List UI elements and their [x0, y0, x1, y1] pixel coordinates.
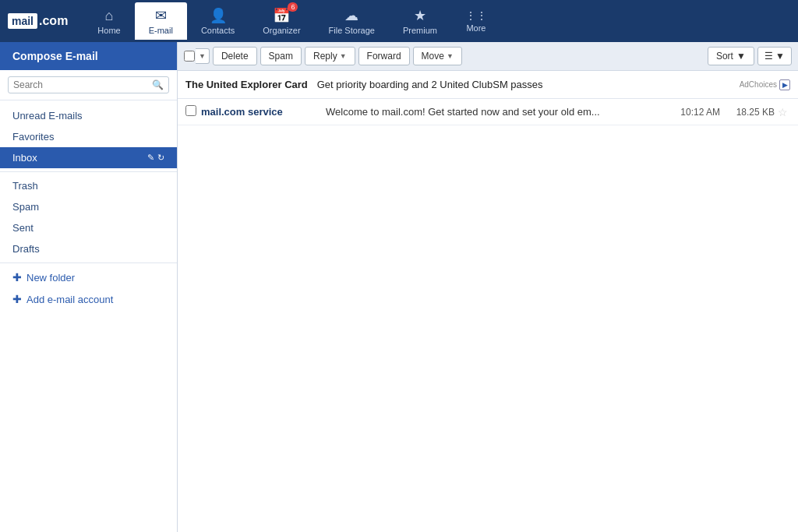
- sidebar-item-spam[interactable]: Spam: [0, 196, 177, 217]
- logo-dotcom: .com: [39, 14, 68, 28]
- nav-item-wrap-more: ⋮⋮ More: [451, 5, 501, 37]
- table-row[interactable]: mail.com service Welcome to mail.com! Ge…: [178, 99, 798, 125]
- organizer-icon: 📅6: [273, 7, 290, 24]
- sidebar-action-new-folder[interactable]: ✚ New folder: [0, 266, 177, 288]
- nav-item-wrap-email: ✉ E-mail: [135, 2, 187, 40]
- select-all-checkbox[interactable]: [184, 51, 195, 62]
- search-input[interactable]: [13, 79, 152, 90]
- nav-label-premium: Premium: [403, 26, 437, 35]
- ad-text: Get priority boarding and 2 United ClubS…: [317, 79, 543, 90]
- nav-label-home: Home: [97, 26, 120, 35]
- nav-label-email: E-mail: [149, 26, 173, 35]
- nav-item-wrap-filestorage: ☁ File Storage: [315, 2, 389, 40]
- home-icon: ⌂: [105, 8, 114, 24]
- move-button[interactable]: Move ▼: [413, 47, 462, 65]
- sidebar-nav: Unread E-mails Favorites Inbox ✎ ↻ Trash…: [0, 100, 177, 532]
- main-content: ▼ Delete Spam Reply ▼ Forward Move ▼ Sor…: [178, 42, 798, 532]
- email-icon: ✉: [155, 7, 167, 24]
- nav-item-organizer[interactable]: 📅6 Organizer: [249, 2, 314, 40]
- add-account-icon: ✚: [12, 293, 22, 305]
- search-box: 🔍: [0, 70, 177, 100]
- top-navigation: mail .com ⌂ Home ✉ E-mail 👤 Contacts 📅6: [0, 0, 798, 42]
- ad-content: The United Explorer Card Get priority bo…: [185, 79, 740, 90]
- select-dropdown-button[interactable]: ▼: [196, 48, 210, 64]
- ad-choices-icon: ▶: [779, 79, 790, 90]
- inbox-manage-icon[interactable]: ✎: [147, 153, 154, 163]
- inbox-refresh-icon[interactable]: ↻: [157, 153, 164, 163]
- sidebar: Compose E-mail 🔍 Unread E-mails Favorite…: [0, 42, 178, 532]
- nav-item-email[interactable]: ✉ E-mail: [135, 2, 187, 40]
- reply-button[interactable]: Reply ▼: [305, 47, 355, 65]
- nav-item-wrap-contacts: 👤 Contacts: [187, 2, 249, 40]
- sidebar-item-favorites[interactable]: Favorites: [0, 126, 177, 147]
- select-all-wrap: ▼: [184, 48, 210, 64]
- view-icon: ☰ ▼: [764, 51, 785, 62]
- sidebar-divider-2: [0, 262, 177, 263]
- move-arrow: ▼: [447, 52, 454, 60]
- compose-button[interactable]: Compose E-mail: [0, 42, 177, 70]
- ad-banner: The United Explorer Card Get priority bo…: [178, 71, 798, 99]
- sidebar-action-add-account[interactable]: ✚ Add e-mail account: [0, 288, 177, 310]
- email-checkbox[interactable]: [185, 105, 196, 116]
- email-time: 10:12 AM: [666, 107, 720, 118]
- nav-label-organizer: Organizer: [263, 26, 300, 35]
- sidebar-item-drafts[interactable]: Drafts: [0, 238, 177, 259]
- premium-icon: ★: [414, 7, 426, 24]
- search-icon[interactable]: 🔍: [152, 79, 164, 90]
- sidebar-item-sent[interactable]: Sent: [0, 217, 177, 238]
- sort-arrow: ▼: [736, 51, 746, 62]
- logo-box: mail: [8, 13, 37, 29]
- sidebar-item-unread[interactable]: Unread E-mails: [0, 105, 177, 126]
- nav-item-wrap-home: ⌂ Home: [83, 3, 134, 40]
- filestorage-icon: ☁: [344, 7, 358, 24]
- toolbar: ▼ Delete Spam Reply ▼ Forward Move ▼ Sor…: [178, 42, 798, 71]
- nav-label-more: More: [466, 23, 486, 33]
- reply-arrow: ▼: [340, 52, 347, 60]
- logo[interactable]: mail .com: [8, 13, 68, 29]
- main-layout: Compose E-mail 🔍 Unread E-mails Favorite…: [0, 42, 798, 532]
- email-checkbox-wrap: [185, 105, 201, 118]
- sort-button[interactable]: Sort ▼: [708, 47, 754, 65]
- sidebar-item-inbox[interactable]: Inbox ✎ ↻: [0, 147, 177, 168]
- inbox-actions: ✎ ↻: [147, 153, 164, 163]
- email-list: mail.com service Welcome to mail.com! Ge…: [178, 99, 798, 532]
- forward-button[interactable]: Forward: [358, 47, 410, 65]
- delete-button[interactable]: Delete: [213, 47, 257, 65]
- nav-item-filestorage[interactable]: ☁ File Storage: [315, 2, 389, 40]
- contacts-icon: 👤: [210, 7, 227, 24]
- nav-item-wrap-premium: ★ Premium: [389, 2, 451, 40]
- nav-item-wrap-organizer: 📅6 Organizer: [249, 2, 314, 40]
- nav-item-contacts[interactable]: 👤 Contacts: [187, 2, 249, 40]
- spam-button[interactable]: Spam: [260, 47, 302, 65]
- nav-items: ⌂ Home ✉ E-mail 👤 Contacts 📅6 Organizer: [83, 2, 790, 40]
- nav-label-filestorage: File Storage: [329, 26, 375, 35]
- ad-choices[interactable]: AdChoices ▶: [740, 79, 790, 90]
- sidebar-divider: [0, 171, 177, 172]
- email-sender: mail.com service: [201, 106, 326, 118]
- new-folder-icon: ✚: [12, 271, 22, 284]
- select-dropdown-arrow: ▼: [199, 52, 206, 60]
- more-icon: ⋮⋮: [465, 9, 487, 22]
- sidebar-item-trash[interactable]: Trash: [0, 175, 177, 196]
- organizer-badge: 6: [288, 2, 298, 12]
- nav-item-home[interactable]: ⌂ Home: [83, 3, 134, 40]
- nav-item-premium[interactable]: ★ Premium: [389, 2, 451, 40]
- nav-label-contacts: Contacts: [201, 26, 235, 35]
- search-input-wrap: 🔍: [8, 76, 169, 93]
- email-subject: Welcome to mail.com! Get started now and…: [326, 106, 666, 118]
- nav-item-more[interactable]: ⋮⋮ More: [451, 5, 501, 37]
- email-star[interactable]: ☆: [775, 106, 790, 118]
- email-size: 18.25 KB: [720, 107, 775, 118]
- ad-title[interactable]: The United Explorer Card: [185, 79, 308, 90]
- view-button[interactable]: ☰ ▼: [757, 47, 792, 65]
